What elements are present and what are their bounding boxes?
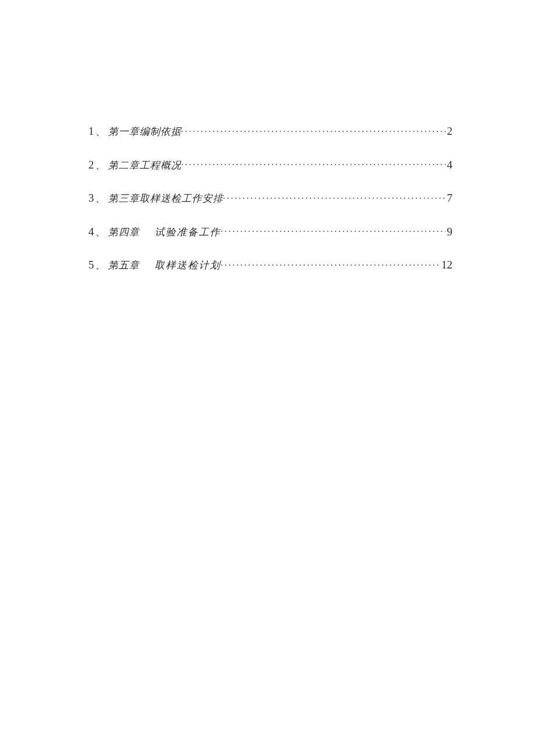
toc-entry-page: 7 [447, 189, 453, 207]
toc-entry-separator: 、 [95, 257, 105, 273]
toc-dot-leader [221, 256, 440, 268]
toc-container: 1、第一章编制依据22、第二章工程概况43、第三章取样送检工作安排74、第四章试… [0, 0, 535, 274]
toc-entry: 3、第三章取样送检工作安排7 [88, 189, 452, 207]
toc-entry-separator: 、 [95, 157, 105, 173]
toc-entry-chapter: 第三章 [108, 191, 140, 206]
toc-dot-leader [181, 122, 445, 135]
toc-entry-chapter: 第五章 [108, 257, 140, 273]
toc-entry-page: 12 [441, 256, 452, 274]
toc-entry: 4、第四章试验准备工作9 [88, 222, 452, 240]
toc-dot-leader [223, 189, 445, 202]
toc-entry-chapter: 第二章 [108, 157, 140, 173]
toc-entry-page: 4 [447, 156, 453, 174]
toc-entry-page: 2 [447, 123, 453, 140]
toc-entry-title: 编制依据 [140, 124, 181, 139]
toc-entry-page: 9 [447, 223, 453, 241]
toc-entry-separator: 、 [95, 191, 105, 206]
toc-entry-number: 1 [88, 123, 94, 140]
toc-entry-chapter: 第一章 [108, 124, 140, 139]
toc-entry-title: 试验准备工作 [155, 224, 221, 240]
toc-entry: 2、第二章工程概况4 [88, 155, 452, 173]
toc-dot-leader [221, 222, 445, 235]
toc-entry-number: 4 [88, 223, 94, 241]
toc-dot-leader [181, 155, 445, 168]
toc-entry-chapter: 第四章 [108, 224, 140, 240]
toc-entry: 5、第五章取样送检计划12 [88, 256, 452, 274]
toc-entry-title: 取样送检计划 [155, 257, 221, 273]
toc-entry: 1、第一章编制依据2 [88, 122, 452, 140]
toc-entry-separator: 、 [95, 224, 105, 240]
toc-entry-title: 工程概况 [140, 157, 181, 173]
toc-entry-title: 取样送检工作安排 [140, 191, 223, 206]
toc-entry-number: 2 [88, 156, 94, 174]
toc-entry-number: 5 [88, 256, 94, 274]
toc-entry-number: 3 [88, 189, 94, 207]
toc-entry-separator: 、 [95, 124, 105, 139]
